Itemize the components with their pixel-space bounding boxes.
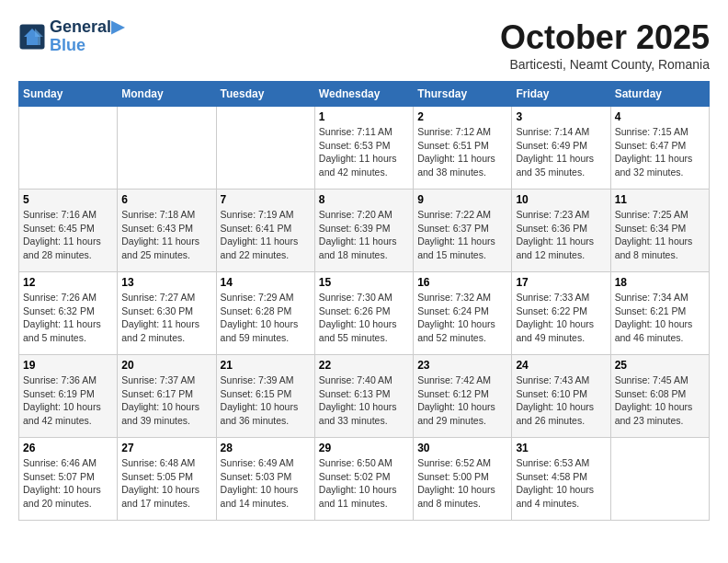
day-number: 24 bbox=[516, 359, 606, 372]
calendar-day-cell: 18Sunrise: 7:34 AMSunset: 6:21 PMDayligh… bbox=[610, 272, 709, 355]
column-header-wednesday: Wednesday bbox=[314, 82, 413, 107]
calendar-day-cell: 7Sunrise: 7:19 AMSunset: 6:41 PMDaylight… bbox=[216, 190, 314, 272]
logo: General▶ Blue bbox=[18, 18, 124, 55]
month-title: October 2025 bbox=[500, 18, 710, 57]
calendar-day-cell: 30Sunrise: 6:52 AMSunset: 5:00 PMDayligh… bbox=[414, 438, 512, 521]
day-info: Sunrise: 6:46 AMSunset: 5:07 PMDaylight:… bbox=[23, 456, 113, 511]
day-info: Sunrise: 7:45 AMSunset: 6:08 PMDaylight:… bbox=[615, 373, 705, 428]
day-info: Sunrise: 7:19 AMSunset: 6:41 PMDaylight:… bbox=[221, 208, 311, 262]
calendar-day-cell: 17Sunrise: 7:33 AMSunset: 6:22 PMDayligh… bbox=[512, 272, 610, 355]
day-info: Sunrise: 6:50 AMSunset: 5:02 PMDaylight:… bbox=[319, 456, 409, 511]
day-info: Sunrise: 7:18 AMSunset: 6:43 PMDaylight:… bbox=[121, 208, 211, 262]
day-info: Sunrise: 7:33 AMSunset: 6:22 PMDaylight:… bbox=[516, 291, 606, 345]
calendar-day-cell bbox=[216, 107, 314, 190]
day-info: Sunrise: 7:15 AMSunset: 6:47 PMDaylight:… bbox=[615, 125, 705, 179]
calendar-day-cell: 8Sunrise: 7:20 AMSunset: 6:39 PMDaylight… bbox=[314, 190, 413, 272]
day-info: Sunrise: 7:12 AMSunset: 6:51 PMDaylight:… bbox=[417, 125, 507, 179]
day-number: 18 bbox=[615, 276, 705, 289]
day-number: 23 bbox=[417, 359, 507, 372]
calendar-day-cell: 5Sunrise: 7:16 AMSunset: 6:45 PMDaylight… bbox=[19, 190, 118, 272]
calendar-day-cell: 20Sunrise: 7:37 AMSunset: 6:17 PMDayligh… bbox=[118, 355, 216, 438]
calendar-day-cell: 23Sunrise: 7:42 AMSunset: 6:12 PMDayligh… bbox=[414, 355, 512, 438]
calendar-table: SundayMondayTuesdayWednesdayThursdayFrid… bbox=[18, 81, 710, 521]
day-info: Sunrise: 7:34 AMSunset: 6:21 PMDaylight:… bbox=[615, 291, 705, 345]
calendar-day-cell: 13Sunrise: 7:27 AMSunset: 6:30 PMDayligh… bbox=[118, 272, 216, 355]
calendar-day-cell: 2Sunrise: 7:12 AMSunset: 6:51 PMDaylight… bbox=[414, 107, 512, 190]
day-number: 11 bbox=[615, 193, 705, 206]
calendar-day-cell: 22Sunrise: 7:40 AMSunset: 6:13 PMDayligh… bbox=[314, 355, 413, 438]
calendar-day-cell: 24Sunrise: 7:43 AMSunset: 6:10 PMDayligh… bbox=[512, 355, 610, 438]
day-number: 9 bbox=[417, 193, 507, 206]
day-info: Sunrise: 6:48 AMSunset: 5:05 PMDaylight:… bbox=[121, 456, 211, 511]
calendar-day-cell: 16Sunrise: 7:32 AMSunset: 6:24 PMDayligh… bbox=[414, 272, 512, 355]
day-info: Sunrise: 7:26 AMSunset: 6:32 PMDaylight:… bbox=[23, 291, 113, 345]
calendar-day-cell: 1Sunrise: 7:11 AMSunset: 6:53 PMDaylight… bbox=[314, 107, 413, 190]
calendar-day-cell: 25Sunrise: 7:45 AMSunset: 6:08 PMDayligh… bbox=[610, 355, 709, 438]
day-info: Sunrise: 7:29 AMSunset: 6:28 PMDaylight:… bbox=[221, 291, 311, 345]
calendar-day-cell: 15Sunrise: 7:30 AMSunset: 6:26 PMDayligh… bbox=[314, 272, 413, 355]
day-number: 28 bbox=[221, 442, 311, 454]
column-header-thursday: Thursday bbox=[414, 82, 512, 107]
day-number: 2 bbox=[417, 110, 507, 123]
day-info: Sunrise: 7:42 AMSunset: 6:12 PMDaylight:… bbox=[417, 373, 507, 428]
calendar-day-cell: 19Sunrise: 7:36 AMSunset: 6:19 PMDayligh… bbox=[19, 355, 118, 438]
calendar-week-row: 5Sunrise: 7:16 AMSunset: 6:45 PMDaylight… bbox=[19, 190, 710, 272]
day-number: 10 bbox=[516, 193, 606, 206]
day-number: 21 bbox=[221, 359, 311, 372]
day-number: 7 bbox=[221, 193, 311, 206]
day-info: Sunrise: 7:16 AMSunset: 6:45 PMDaylight:… bbox=[23, 208, 113, 262]
column-header-tuesday: Tuesday bbox=[216, 82, 314, 107]
calendar-day-cell: 28Sunrise: 6:49 AMSunset: 5:03 PMDayligh… bbox=[216, 438, 314, 521]
day-number: 20 bbox=[121, 359, 211, 372]
calendar-day-cell: 14Sunrise: 7:29 AMSunset: 6:28 PMDayligh… bbox=[216, 272, 314, 355]
day-number: 5 bbox=[23, 193, 113, 206]
day-number: 4 bbox=[615, 110, 705, 123]
day-info: Sunrise: 7:20 AMSunset: 6:39 PMDaylight:… bbox=[319, 208, 409, 262]
calendar-day-cell: 26Sunrise: 6:46 AMSunset: 5:07 PMDayligh… bbox=[19, 438, 118, 521]
calendar-day-cell bbox=[610, 438, 709, 521]
calendar-day-cell: 12Sunrise: 7:26 AMSunset: 6:32 PMDayligh… bbox=[19, 272, 118, 355]
calendar-day-cell: 21Sunrise: 7:39 AMSunset: 6:15 PMDayligh… bbox=[216, 355, 314, 438]
day-info: Sunrise: 7:36 AMSunset: 6:19 PMDaylight:… bbox=[23, 373, 113, 428]
day-info: Sunrise: 7:27 AMSunset: 6:30 PMDaylight:… bbox=[121, 291, 211, 345]
calendar-header-row: SundayMondayTuesdayWednesdayThursdayFrid… bbox=[19, 82, 710, 107]
calendar-week-row: 1Sunrise: 7:11 AMSunset: 6:53 PMDaylight… bbox=[19, 107, 710, 190]
logo-icon bbox=[18, 23, 46, 51]
day-number: 12 bbox=[23, 276, 113, 289]
day-info: Sunrise: 7:43 AMSunset: 6:10 PMDaylight:… bbox=[516, 373, 606, 428]
day-info: Sunrise: 6:49 AMSunset: 5:03 PMDaylight:… bbox=[221, 456, 311, 511]
day-number: 30 bbox=[417, 442, 507, 454]
column-header-saturday: Saturday bbox=[610, 82, 709, 107]
day-info: Sunrise: 7:22 AMSunset: 6:37 PMDaylight:… bbox=[417, 208, 507, 262]
day-info: Sunrise: 7:25 AMSunset: 6:34 PMDaylight:… bbox=[615, 208, 705, 262]
column-header-monday: Monday bbox=[118, 82, 216, 107]
day-info: Sunrise: 7:30 AMSunset: 6:26 PMDaylight:… bbox=[319, 291, 409, 345]
day-info: Sunrise: 7:32 AMSunset: 6:24 PMDaylight:… bbox=[417, 291, 507, 345]
day-number: 16 bbox=[417, 276, 507, 289]
calendar-day-cell: 4Sunrise: 7:15 AMSunset: 6:47 PMDaylight… bbox=[610, 107, 709, 190]
calendar-week-row: 12Sunrise: 7:26 AMSunset: 6:32 PMDayligh… bbox=[19, 272, 710, 355]
calendar-day-cell: 9Sunrise: 7:22 AMSunset: 6:37 PMDaylight… bbox=[414, 190, 512, 272]
calendar-day-cell: 10Sunrise: 7:23 AMSunset: 6:36 PMDayligh… bbox=[512, 190, 610, 272]
calendar-day-cell: 31Sunrise: 6:53 AMSunset: 4:58 PMDayligh… bbox=[512, 438, 610, 521]
day-info: Sunrise: 7:37 AMSunset: 6:17 PMDaylight:… bbox=[121, 373, 211, 428]
day-info: Sunrise: 7:39 AMSunset: 6:15 PMDaylight:… bbox=[221, 373, 311, 428]
calendar-day-cell: 29Sunrise: 6:50 AMSunset: 5:02 PMDayligh… bbox=[314, 438, 413, 521]
day-number: 26 bbox=[23, 442, 113, 454]
day-number: 22 bbox=[319, 359, 409, 372]
logo-text: General▶ Blue bbox=[50, 18, 124, 55]
day-number: 17 bbox=[516, 276, 606, 289]
day-number: 3 bbox=[516, 110, 606, 123]
day-number: 31 bbox=[516, 442, 606, 454]
day-number: 1 bbox=[319, 110, 409, 123]
day-info: Sunrise: 7:14 AMSunset: 6:49 PMDaylight:… bbox=[516, 125, 606, 179]
column-header-sunday: Sunday bbox=[19, 82, 118, 107]
day-info: Sunrise: 6:52 AMSunset: 5:00 PMDaylight:… bbox=[417, 456, 507, 511]
calendar-week-row: 26Sunrise: 6:46 AMSunset: 5:07 PMDayligh… bbox=[19, 438, 710, 521]
day-number: 14 bbox=[221, 276, 311, 289]
location-subtitle: Barticesti, Neamt County, Romania bbox=[500, 57, 710, 72]
day-number: 15 bbox=[319, 276, 409, 289]
day-info: Sunrise: 7:40 AMSunset: 6:13 PMDaylight:… bbox=[319, 373, 409, 428]
day-number: 8 bbox=[319, 193, 409, 206]
calendar-day-cell: 11Sunrise: 7:25 AMSunset: 6:34 PMDayligh… bbox=[610, 190, 709, 272]
